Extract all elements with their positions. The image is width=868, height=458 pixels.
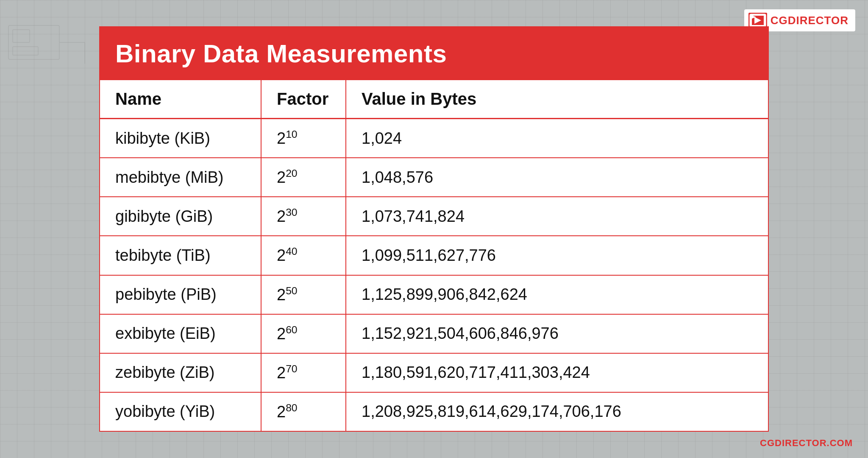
table-row: kibibyte (KiB)2101,024 [100, 119, 768, 158]
cell-value: 1,125,899,906,842,624 [346, 275, 768, 314]
table-title: Binary Data Measurements [115, 39, 753, 68]
table-row: zebibyte (ZiB)2701,180,591,620,717,411,3… [100, 353, 768, 392]
table-row: gibibyte (GiB)2301,073,741,824 [100, 197, 768, 236]
table-row: exbibyte (EiB)2601,152,921,504,606,846,9… [100, 314, 768, 353]
watermark: CGDIRECTOR.COM [760, 438, 853, 449]
cell-factor: 280 [261, 392, 346, 431]
data-table: Name Factor Value in Bytes kibibyte (KiB… [100, 80, 768, 430]
cell-name: kibibyte (KiB) [100, 119, 261, 158]
cell-factor: 230 [261, 197, 346, 236]
table-row: mebibtye (MiB)2201,048,576 [100, 158, 768, 197]
table-row: yobibyte (YiB)2801,208,925,819,614,629,1… [100, 392, 768, 431]
cell-factor: 220 [261, 158, 346, 197]
cell-name: zebibyte (ZiB) [100, 353, 261, 392]
cell-name: mebibtye (MiB) [100, 158, 261, 197]
cell-name: pebibyte (PiB) [100, 275, 261, 314]
header-value: Value in Bytes [346, 80, 768, 119]
header-factor: Factor [261, 80, 346, 119]
cell-value: 1,152,921,504,606,846,976 [346, 314, 768, 353]
table-body: kibibyte (KiB)2101,024mebibtye (MiB)2201… [100, 119, 768, 431]
cell-value: 1,099,511,627,776 [346, 236, 768, 275]
cell-factor: 260 [261, 314, 346, 353]
cell-factor: 250 [261, 275, 346, 314]
cell-factor: 210 [261, 119, 346, 158]
cell-factor: 240 [261, 236, 346, 275]
cell-name: tebibyte (TiB) [100, 236, 261, 275]
cell-factor: 270 [261, 353, 346, 392]
table-container: Binary Data Measurements Name Factor Val… [99, 26, 769, 431]
table-header-row: Name Factor Value in Bytes [100, 80, 768, 119]
cell-name: gibibyte (GiB) [100, 197, 261, 236]
cell-value: 1,208,925,819,614,629,174,706,176 [346, 392, 768, 431]
table-row: pebibyte (PiB)2501,125,899,906,842,624 [100, 275, 768, 314]
cell-value: 1,048,576 [346, 158, 768, 197]
cell-value: 1,024 [346, 119, 768, 158]
main-content: Binary Data Measurements Name Factor Val… [0, 0, 868, 458]
table-row: tebibyte (TiB)2401,099,511,627,776 [100, 236, 768, 275]
cell-value: 1,180,591,620,717,411,303,424 [346, 353, 768, 392]
cell-value: 1,073,741,824 [346, 197, 768, 236]
cell-name: exbibyte (EiB) [100, 314, 261, 353]
cell-name: yobibyte (YiB) [100, 392, 261, 431]
header-name: Name [100, 80, 261, 119]
table-title-bar: Binary Data Measurements [100, 27, 768, 80]
